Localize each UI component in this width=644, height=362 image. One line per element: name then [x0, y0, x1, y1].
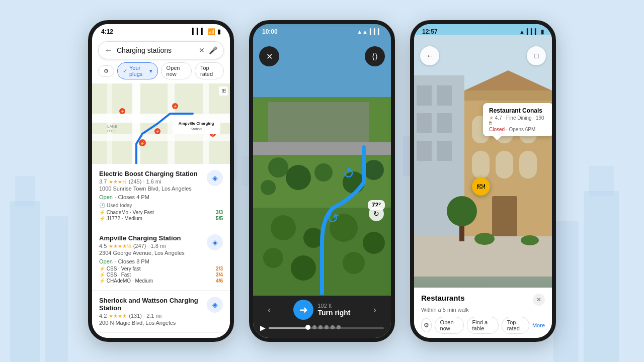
svg-rect-74 [496, 151, 513, 178]
charger-row: ⚡ CSS · Fast 3/4 [99, 272, 223, 278]
play-button[interactable]: ▶ [260, 324, 266, 332]
navigate-button[interactable]: ◈ [207, 297, 223, 313]
more-filters-button[interactable]: More [532, 322, 545, 328]
review-count: (245) · 1.6 mi [129, 178, 162, 185]
close-icon: ✕ [266, 52, 273, 61]
refresh-button[interactable]: ↻ [369, 206, 384, 221]
restaurant-icon: 🍽 [477, 182, 485, 191]
prev-step-button[interactable]: ‹ [260, 301, 278, 319]
more-label: More [532, 322, 545, 328]
svg-rect-66 [437, 141, 452, 161]
open-now-label: Open now [167, 65, 186, 77]
navigate-icon: ◈ [212, 301, 218, 309]
status-bar-1: 4:12 ▎▎▎ 📶 ▮ [92, 24, 230, 37]
station-header: Sherlock and Wattson Charging Station 4.… [99, 297, 223, 326]
svg-rect-75 [519, 151, 537, 178]
next-step-button[interactable]: › [366, 301, 384, 319]
svg-text:⚡: ⚡ [155, 129, 160, 134]
status-icons-1: ▎▎▎ 📶 ▮ [192, 28, 221, 35]
review-count: (247) · 1.8 mi [133, 243, 166, 249]
svg-rect-2 [45, 216, 68, 362]
status-bar-3: 12:57 ▲ ▎▎▎ ▮ [414, 24, 552, 37]
restaurants-header: Restaurants ✕ [421, 294, 545, 306]
close-panel-button[interactable]: ✕ [533, 294, 545, 306]
back-icon: ← [426, 52, 433, 60]
filter-settings-button[interactable]: ⚙ [421, 318, 432, 332]
time-1: 4:12 [101, 28, 113, 35]
charging-station-item[interactable]: Ampville Charging Station 4.5 ★★★★½ (247… [92, 228, 230, 291]
svg-point-78 [447, 196, 477, 226]
mic-icon[interactable]: 🎤 [209, 46, 217, 54]
nav-controls-top: ✕ ⟨⟩ [259, 46, 385, 66]
svg-rect-5 [553, 221, 579, 362]
svg-point-43 [268, 157, 288, 177]
share-button[interactable]: ⟨⟩ [365, 46, 385, 66]
status-icons-2: ▲▲ ▎▎▎ [357, 29, 382, 35]
charging-station-item[interactable]: Electric Boost Charging Station 3.7 ★★★½… [92, 164, 230, 228]
svg-text:RTH: RTH [107, 129, 116, 133]
svg-rect-0 [10, 201, 40, 362]
station-status: Open · Closes 4 PM [99, 192, 198, 201]
navigate-button[interactable]: ◈ [207, 170, 223, 186]
svg-rect-41 [268, 102, 369, 142]
nav-controls-3: ← □ [420, 46, 546, 65]
clear-icon[interactable]: ✕ [199, 46, 205, 54]
filter-settings-btn[interactable]: ⚙ [98, 65, 114, 77]
station-name: Electric Boost Charging Station 3.7 ★★★½… [99, 170, 198, 201]
close-nav-button[interactable]: ✕ [259, 46, 279, 66]
rating-value: 4.2 [99, 313, 107, 319]
refresh-icon: ↻ [373, 210, 379, 218]
back-icon[interactable]: ← [105, 46, 113, 55]
svg-text:LAKE: LAKE [107, 124, 117, 129]
chevron-down-icon: ▾ [149, 68, 152, 74]
navigate-button[interactable]: ◈ [207, 234, 223, 250]
signal-icon: ▎▎▎ [192, 28, 206, 35]
wifi-icon: ▲▲ [357, 29, 368, 35]
svg-rect-76 [492, 196, 517, 236]
back-button[interactable]: ← [420, 46, 439, 65]
top-rated-filter[interactable]: Top-rated [502, 317, 529, 334]
map-area[interactable]: ⚡ ⚡ ⚡ ⚡ ⚡ Ampville Charging St [92, 83, 230, 164]
svg-text:⚡: ⚡ [140, 141, 145, 146]
svg-point-81 [521, 235, 539, 245]
wifi-icon: ▲ [519, 29, 525, 35]
svg-point-53 [363, 232, 385, 254]
svg-rect-12 [92, 134, 230, 141]
svg-rect-3 [584, 191, 619, 362]
check-icon: ✓ [123, 68, 127, 74]
progress-track[interactable] [269, 327, 384, 329]
search-bar[interactable]: ← Charging stations ✕ 🎤 [98, 41, 224, 59]
nav-map: ↺ ↺ ✕ ⟨⟩ 72° [253, 24, 391, 296]
phone1-content: ← Charging stations ✕ 🎤 ⚙ ✓ Your plugs ▾ [92, 37, 230, 342]
time-3: 12:57 [422, 28, 438, 35]
place-category: Fine Dining [506, 115, 532, 121]
svg-rect-1 [15, 176, 35, 206]
svg-rect-63 [417, 113, 432, 133]
svg-point-56 [343, 252, 365, 274]
chevron-left-icon: ‹ [268, 305, 271, 315]
search-area: ← Charging stations ✕ 🎤 ⚙ ✓ Your plugs ▾ [92, 37, 230, 83]
share-button[interactable]: □ [527, 46, 546, 65]
open-now-filter[interactable]: Open now [161, 62, 192, 79]
svg-text:⊞: ⊞ [221, 87, 226, 94]
top-rated-filter[interactable]: Top rated [195, 62, 224, 79]
open-now-filter[interactable]: Open now [435, 317, 464, 334]
station-header: Ampville Charging Station 4.5 ★★★★½ (247… [99, 234, 223, 265]
charging-station-item[interactable]: Sherlock and Wattson Charging Station 4.… [92, 291, 230, 333]
review-count: (131) · 2.1 mi [129, 313, 162, 319]
settings-icon: ⚙ [424, 322, 429, 329]
list-area: Electric Boost Charging Station 3.7 ★★★½… [92, 164, 230, 342]
chevron-right-icon: › [373, 305, 376, 315]
close-icon: ✕ [536, 296, 541, 303]
phone-restaurant: 12:57 ▲ ▎▎▎ ▮ ← □ [410, 20, 556, 342]
station-name: Ampville Charging Station 4.5 ★★★★½ (247… [99, 234, 185, 265]
find-table-filter[interactable]: Find a table [467, 317, 499, 334]
turn-arrow-icon: ➜ [293, 300, 313, 320]
share-icon: ⟨⟩ [372, 52, 378, 61]
restaurant-filters: ⚙ Open now Find a table Top-rated More [421, 317, 545, 334]
svg-rect-42 [253, 142, 391, 155]
stars: ★★★★ [109, 313, 127, 319]
your-plugs-filter[interactable]: ✓ Your plugs ▾ [117, 62, 158, 79]
svg-rect-79 [459, 226, 464, 241]
place-map-pin[interactable]: 🍽 [472, 177, 490, 196]
